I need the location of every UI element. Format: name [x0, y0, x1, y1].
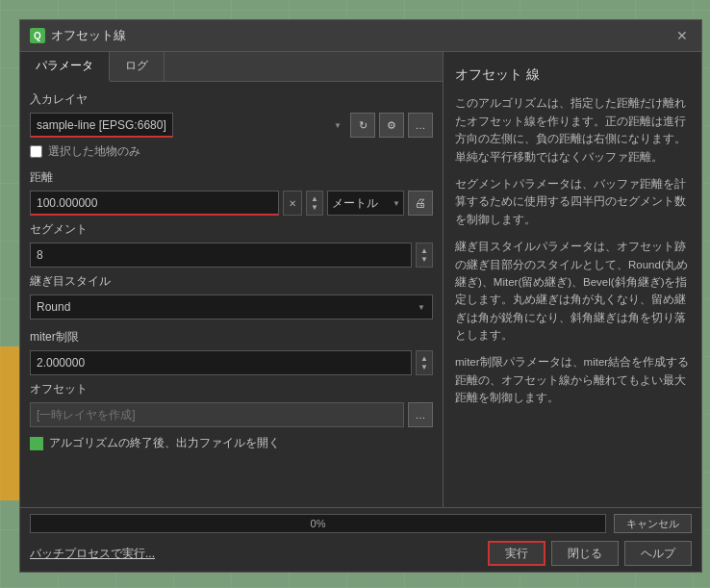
distance-spinner[interactable]: ▲ ▼	[306, 191, 323, 216]
miter-label: miter制限	[30, 329, 433, 345]
action-row: バッチプロセスで実行... 実行 閉じる ヘルプ	[30, 541, 692, 566]
selected-only-row: 選択した地物のみ	[30, 143, 433, 160]
tab-log[interactable]: ログ	[110, 52, 165, 81]
settings-icon[interactable]: ⚙	[379, 113, 404, 138]
main-dialog: Q オフセット線 ✕ パラメータ ログ 入カレイヤ sample-line [E…	[19, 19, 702, 573]
right-para-1: このアルゴリズムは、指定した距離だけ離れたオフセット線を作ります。正の距離は進行…	[455, 94, 690, 166]
input-layer-select[interactable]: sample-line [EPSG:6680]	[30, 113, 173, 138]
distance-row: ✕ ▲ ▼ メートル 🖨	[30, 191, 433, 216]
offset-more-icon[interactable]: …	[408, 402, 433, 427]
right-para-2: セグメントパラメータは、バッファ距離を計算するために使用する四半円のセグメント数…	[455, 175, 690, 228]
left-panel: パラメータ ログ 入カレイヤ sample-line [EPSG:6680] ↻…	[20, 52, 444, 507]
title-bar: Q オフセット線 ✕	[20, 20, 701, 52]
more-icon[interactable]: …	[408, 113, 433, 138]
distance-label: 距離	[30, 169, 433, 186]
refresh-icon[interactable]: ↻	[350, 113, 375, 138]
right-panel: オフセット 線 このアルゴリズムは、指定した距離だけ離れたオフセット線を作ります…	[444, 52, 701, 507]
join-style-wrapper: Round Miter Bevel	[30, 294, 433, 320]
print-icon[interactable]: 🖨	[408, 191, 433, 216]
dialog-body: パラメータ ログ 入カレイヤ sample-line [EPSG:6680] ↻…	[20, 52, 701, 507]
progress-row: 0% キャンセル	[30, 514, 692, 533]
progress-bar-container: 0%	[30, 514, 606, 533]
right-para-3: 継ぎ目スタイルパラメータは、オフセット跡の継ぎ目部分のスタイルとして、Round…	[455, 238, 690, 344]
segment-label: セグメント	[30, 221, 433, 238]
algo-checkbox-icon	[30, 437, 43, 450]
tab-parameters[interactable]: パラメータ	[20, 52, 110, 82]
segment-input[interactable]	[30, 243, 412, 268]
app-icon: Q	[30, 28, 45, 43]
algo-checkbox-row: アルゴリズムの終了後、出力ファイルを開く	[30, 435, 433, 451]
action-buttons: 実行 閉じる ヘルプ	[488, 541, 692, 566]
progress-text: 0%	[31, 515, 605, 532]
run-button[interactable]: 実行	[488, 541, 545, 566]
selected-only-label: 選択した地物のみ	[48, 143, 140, 160]
offset-label: オフセット	[30, 381, 433, 397]
close-dialog-button[interactable]: 閉じる	[551, 541, 619, 566]
cancel-button[interactable]: キャンセル	[614, 514, 692, 533]
right-para-4: miter制限パラメータは、miter結合を作成する距離の、オフセット線から離れ…	[455, 353, 690, 406]
miter-spinner[interactable]: ▲ ▼	[416, 350, 433, 375]
input-layer-label: 入カレイヤ	[30, 91, 433, 108]
algo-label: アルゴリズムの終了後、出力ファイルを開く	[49, 435, 280, 451]
offset-row: …	[30, 402, 433, 427]
input-layer-select-wrapper: sample-line [EPSG:6680]	[30, 113, 346, 138]
distance-input[interactable]	[30, 191, 279, 216]
close-icon[interactable]: ✕	[672, 26, 692, 45]
bottom-bar: 0% キャンセル バッチプロセスで実行... 実行 閉じる ヘルプ	[20, 507, 701, 572]
miter-row: ▲ ▼	[30, 350, 433, 375]
segment-spinner[interactable]: ▲ ▼	[416, 243, 433, 268]
dialog-title: オフセット線	[51, 27, 672, 44]
input-layer-row: sample-line [EPSG:6680] ↻ ⚙ …	[30, 113, 433, 138]
left-content: 入カレイヤ sample-line [EPSG:6680] ↻ ⚙ … 選択した…	[20, 82, 443, 507]
selected-only-checkbox[interactable]	[30, 145, 42, 158]
segment-row: ▲ ▼	[30, 243, 433, 268]
clear-distance-icon[interactable]: ✕	[283, 191, 302, 216]
help-button[interactable]: ヘルプ	[624, 541, 692, 566]
tab-bar: パラメータ ログ	[20, 52, 443, 82]
join-style-label: 継ぎ目スタイル	[30, 273, 433, 290]
join-style-select[interactable]: Round Miter Bevel	[30, 294, 433, 320]
right-panel-title: オフセット 線	[455, 64, 690, 85]
batch-process-button[interactable]: バッチプロセスで実行...	[30, 546, 155, 562]
miter-input[interactable]	[30, 350, 412, 375]
unit-wrapper: メートル	[327, 191, 404, 216]
offset-input[interactable]	[30, 402, 404, 427]
unit-select[interactable]: メートル	[327, 191, 404, 216]
